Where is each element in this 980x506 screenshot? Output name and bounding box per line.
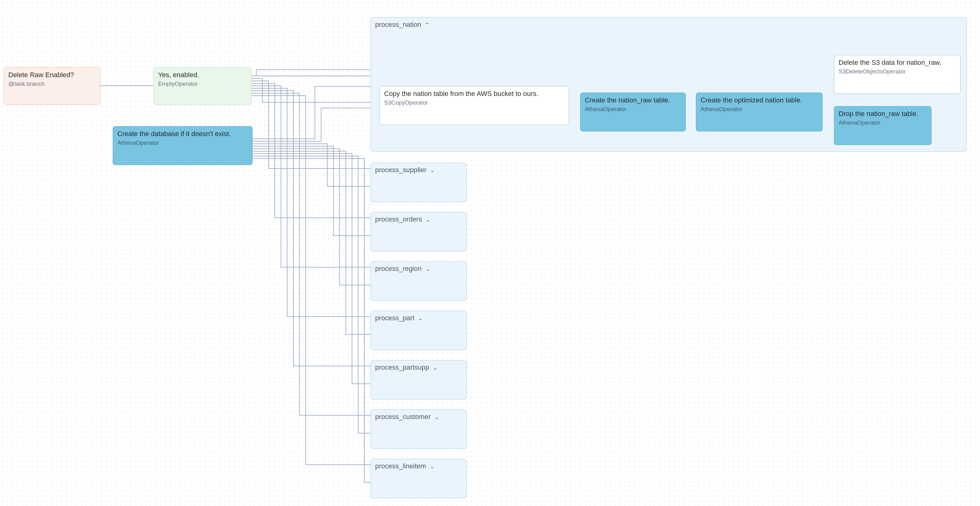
task-operator: EmptyOperator [158,80,247,88]
group-header[interactable]: process_customer ⌄ [371,410,466,423]
group-header[interactable]: process_region ⌄ [371,262,466,274]
task-yes-enabled[interactable]: Yes, enabled. EmptyOperator [153,67,251,105]
group-name: process_region [375,265,422,273]
task-operator: S3DeleteObjectsOperator [838,68,956,76]
group-process-partsupp[interactable]: process_partsupp ⌄ [371,360,467,400]
task-create-database[interactable]: Create the database if it doesn't exist.… [113,126,253,165]
chevron-up-icon: ⌃ [425,22,430,29]
chevron-down-icon: ⌄ [426,216,430,223]
task-drop-nation-raw[interactable]: Drop the nation_raw table. AthenaOperato… [834,106,932,145]
group-header[interactable]: process_part ⌄ [371,311,466,324]
task-operator: AthenaOperator [117,139,248,147]
group-header[interactable]: process_orders ⌄ [371,212,466,225]
group-name: process_supplier [375,166,426,174]
chevron-down-icon: ⌄ [430,463,434,470]
group-process-orders[interactable]: process_orders ⌄ [371,212,467,251]
chevron-down-icon: ⌄ [433,364,438,371]
group-name: process_orders [375,215,422,223]
group-process-region[interactable]: process_region ⌄ [371,261,467,301]
task-operator: @task.branch [8,80,96,88]
group-process-part[interactable]: process_part ⌄ [371,311,467,350]
group-process-nation[interactable]: process_nation ⌃ Copy the nation table f… [371,17,967,152]
task-delete-s3-nation-raw[interactable]: Delete the S3 data for nation_raw. S3Del… [834,55,961,94]
group-name: process_partsupp [375,363,429,371]
task-operator: AthenaOperator [701,106,818,113]
task-delete-raw-enabled[interactable]: Delete Raw Enabled? @task.branch [4,67,100,105]
task-title: Create the database if it doesn't exist. [117,130,248,138]
task-title: Delete the S3 data for nation_raw. [838,58,956,67]
group-process-lineitem[interactable]: process_lineitem ⌄ [371,459,467,498]
chevron-down-icon: ⌄ [430,167,435,174]
task-title: Create the optimized nation table. [701,96,818,105]
group-name: process_customer [375,413,431,420]
group-header[interactable]: process_partsupp ⌄ [371,360,466,373]
group-name: process_part [375,314,414,322]
group-name: process_lineitem [375,462,426,470]
task-create-nation-raw[interactable]: Create the nation_raw table. AthenaOpera… [580,92,686,132]
task-title: Drop the nation_raw table. [838,109,927,119]
task-operator: AthenaOperator [585,106,681,113]
task-create-optimized-nation[interactable]: Create the optimized nation table. Athen… [696,92,822,132]
task-title: Yes, enabled. [158,71,247,79]
group-process-customer[interactable]: process_customer ⌄ [371,409,467,449]
chevron-down-icon: ⌄ [418,315,423,322]
group-header[interactable]: process_nation ⌃ [371,17,966,30]
chevron-down-icon: ⌄ [425,266,430,273]
group-header[interactable]: process_supplier ⌄ [371,163,466,176]
task-title: Copy the nation table from the AWS bucke… [384,89,565,98]
group-process-supplier[interactable]: process_supplier ⌄ [371,163,467,202]
task-title: Create the nation_raw table. [585,96,681,105]
chevron-down-icon: ⌄ [434,414,439,420]
task-title: Delete Raw Enabled? [8,71,96,79]
group-name: process_nation [375,21,421,29]
group-header[interactable]: process_lineitem ⌄ [371,459,466,472]
task-copy-nation[interactable]: Copy the nation table from the AWS bucke… [379,86,569,125]
task-operator: AthenaOperator [838,119,927,127]
task-operator: S3CopyOperator [384,99,565,107]
